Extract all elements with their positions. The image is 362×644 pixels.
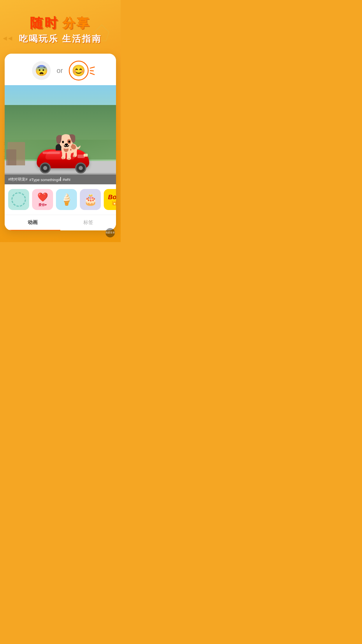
app-background: ◀ ◀ › › › 随时 分享 吃喝玩乐 生活指南: [0, 0, 121, 242]
header-section: 随时 分享 吃喝玩乐 生活指南: [0, 0, 121, 54]
sticker-ice-cream[interactable]: 🍦: [56, 189, 77, 210]
tab-tags[interactable]: 标签: [60, 215, 116, 230]
sticker-heart-love[interactable]: ❤️ 爱你♥: [32, 189, 53, 210]
brush-circle-icon: [11, 192, 26, 207]
heart-icon: ❤️: [37, 192, 48, 202]
hashtag-1: #绝对萌宠#: [8, 177, 27, 182]
cake-icon: 🎂: [84, 193, 97, 206]
bottom-tabs: 动画 标签: [5, 215, 116, 230]
hashtag-2: #Type something#: [29, 177, 61, 182]
tab-animation[interactable]: 动画: [5, 215, 60, 230]
title-part1: 随时: [30, 15, 59, 32]
title-line2: 吃喝玩乐 生活指南: [0, 33, 121, 45]
hashtag-3: #whi: [63, 177, 71, 182]
title-part2: 分享: [63, 15, 91, 32]
boo-text: Boo: [108, 193, 116, 201]
emoji-happy-wrapper[interactable]: 😊: [69, 61, 89, 80]
sticker-birthday-cake[interactable]: 🎂: [80, 189, 101, 210]
sparkle-icon: [90, 68, 95, 74]
ice-cream-icon: 🍦: [60, 193, 73, 206]
reaction-row: 😨 or 😊: [5, 54, 116, 85]
dog-image: 🐕: [55, 135, 84, 159]
sticker-brush-circle[interactable]: [8, 189, 29, 210]
love-text: 爱你♥: [37, 203, 48, 207]
emoji-sad[interactable]: 😨: [32, 61, 51, 80]
or-label: or: [57, 66, 63, 75]
road-line: [5, 173, 116, 174]
splat-icon: 💥: [108, 201, 116, 206]
content-image: 🐕 #绝对萌宠# #Type something# #whi: [5, 85, 116, 184]
bottom-spacing: [0, 230, 121, 242]
watermark-badge: 我爱安卓: [106, 228, 115, 237]
sticker-boo[interactable]: Boo 💥: [104, 189, 116, 210]
sticker-row: ❤️ 爱你♥ 🍦 🎂 Boo 💥: [5, 184, 116, 215]
main-card: 😨 or 😊: [5, 54, 116, 230]
hashtag-overlay[interactable]: #绝对萌宠# #Type something# #whi: [5, 174, 116, 184]
emoji-happy[interactable]: 😊: [69, 61, 89, 80]
text-cursor: [60, 177, 61, 181]
title-line1: 随时 分享: [0, 15, 121, 32]
